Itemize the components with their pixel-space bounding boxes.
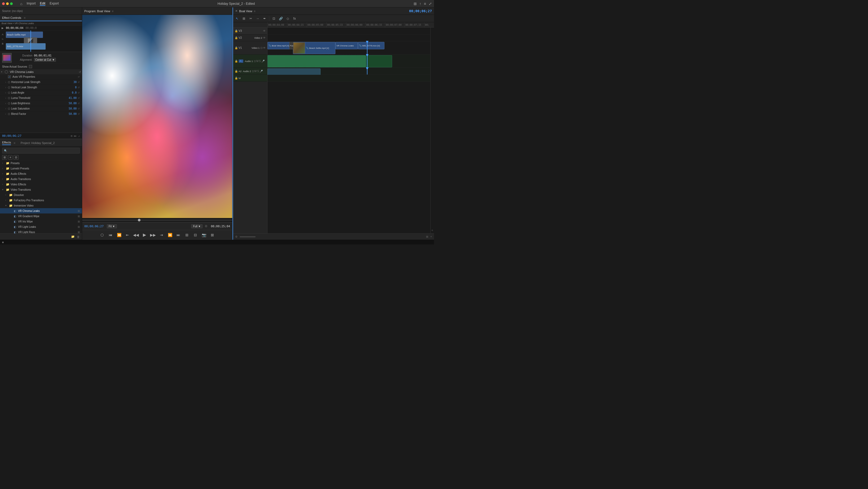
clip-vr-chroma-leaks[interactable]: VR Chroma Leaks xyxy=(335,42,358,49)
tree-item-immersive[interactable]: ▾ 📁 Immersive Video xyxy=(0,203,82,208)
step-frame-fwd-btn[interactable]: ⏩ xyxy=(167,232,173,238)
ripple-tool-btn[interactable]: ⊞ xyxy=(241,16,247,22)
lock-a1[interactable]: 🔒 xyxy=(235,60,238,63)
menu-edit[interactable]: Edit xyxy=(40,2,45,6)
clip-beach-selfie[interactable]: 📎 Beach Selfie.mp4 [V] xyxy=(293,42,335,54)
effects-search-input[interactable] xyxy=(8,149,78,152)
mark-in-btn[interactable]: ⬡ xyxy=(99,232,105,238)
step-back-btn[interactable]: ⏮ xyxy=(107,232,114,238)
track-eye-v2[interactable]: 👁 xyxy=(263,36,266,39)
tree-item-vr-light-leaks[interactable]: ◧ VR Light Leaks ⊞ xyxy=(0,224,82,230)
menu-icon[interactable]: ≡ xyxy=(424,2,426,6)
clip-audio1-after[interactable] xyxy=(366,55,392,67)
new-bin-icon[interactable]: 📁 xyxy=(71,235,75,238)
tree-item-presets[interactable]: › 📁 Presets xyxy=(0,160,82,166)
prop-reset-angle[interactable]: ↺ xyxy=(78,91,80,94)
alignment-dropdown[interactable]: Center at Cut ▼ xyxy=(34,58,56,62)
selection-tool-btn[interactable]: ↖ xyxy=(234,16,240,22)
tree-item-video-effects[interactable]: › 📁 Video Effects xyxy=(0,182,82,187)
export-btn[interactable]: ⊠ xyxy=(209,232,216,238)
timeline-close-btn[interactable]: ✕ xyxy=(235,9,238,13)
track-sync-a1[interactable]: ⊡ xyxy=(254,60,256,63)
panels-icon[interactable]: ⊞ xyxy=(413,2,417,6)
prop-reset-v-leak[interactable]: ↺ xyxy=(78,86,80,89)
prop-reset-blend[interactable]: ↺ xyxy=(78,113,80,115)
linked-select-btn[interactable]: 🔗 xyxy=(278,16,284,22)
prop-value-luma[interactable]: 41.00 xyxy=(66,96,76,99)
quality-dropdown[interactable]: Full ▼ xyxy=(191,224,203,228)
tree-item-video-transitions[interactable]: ▾ 📁 Video Transitions xyxy=(0,187,82,192)
lock-m[interactable]: 🔒 xyxy=(235,77,238,80)
tree-item-vr-gradient[interactable]: ◧ VR Gradient Wipe ⊞ xyxy=(0,213,82,219)
clip-boat-view[interactable]: 📎 Boat View.mp4 [V] xyxy=(268,42,290,49)
clip-push-transition[interactable]: Push xyxy=(289,42,293,49)
timeline-settings-btn[interactable]: ⚙ xyxy=(235,235,238,238)
link-icon-btn[interactable]: ⊞ xyxy=(426,235,428,238)
zoom-slider[interactable] xyxy=(240,236,255,237)
track-select-btn[interactable]: → xyxy=(255,16,260,22)
step-fwd-btn[interactable]: ⏭ xyxy=(175,232,182,238)
next-edit-btn[interactable]: ⇥ xyxy=(158,232,165,238)
clip-a-block[interactable]: Beach Selfie.mp4 xyxy=(6,32,43,38)
track-mute-a1[interactable]: M xyxy=(256,60,258,63)
tree-item-dissolve[interactable]: › 📁 Dissolve xyxy=(0,192,82,197)
delete-icon[interactable]: 🗑 xyxy=(77,235,80,238)
tree-item-vr-iris[interactable]: ◧ VR Iris Wipe ⊞ xyxy=(0,219,82,224)
insert-btn[interactable]: ⊞ xyxy=(184,232,190,238)
prop-reset-luma[interactable]: ↺ xyxy=(78,97,80,99)
export-frame-btn[interactable]: 📷 xyxy=(201,232,207,238)
auto-vr-checkbox[interactable]: ✓ xyxy=(8,75,11,78)
track-solo-a1[interactable]: S xyxy=(259,60,261,63)
project-tab[interactable]: Project: Holiday Special_2 xyxy=(21,141,55,145)
filter-icon[interactable]: ⊞ xyxy=(71,134,72,137)
tree-item-vr-light-rays[interactable]: ◧ VR Light Rays ⊞ xyxy=(0,230,82,233)
timeline-timecode[interactable]: 00;00;06;27 xyxy=(409,9,432,13)
menu-import[interactable]: Import xyxy=(27,2,35,6)
next-icon[interactable]: ⏭ xyxy=(74,134,76,137)
grid-view-icon[interactable]: ⊟ xyxy=(13,155,19,160)
prop-value-brightness[interactable]: 50.00 xyxy=(66,102,76,105)
track-sync-v1[interactable]: ⊡ xyxy=(260,47,262,49)
lock-v2[interactable]: 🔒 xyxy=(235,36,238,39)
share-icon[interactable]: ↑ xyxy=(420,2,421,6)
track-eye-v3[interactable]: 👁 xyxy=(263,29,266,32)
prop-value-h-leak[interactable]: 30 xyxy=(66,81,76,84)
new-folder-icon[interactable]: ⊞ xyxy=(2,155,7,160)
prop-reset-saturation[interactable]: ↺ xyxy=(78,108,80,110)
global-fx-btn[interactable]: fx xyxy=(291,16,298,22)
prop-value-angle[interactable]: 0.0 xyxy=(66,91,76,94)
track-mic-a2[interactable]: 🎤 xyxy=(259,70,263,73)
tree-item-audio-transitions[interactable]: › 📁 Audio Transitions xyxy=(0,176,82,182)
add-marker-btn[interactable]: ◇ xyxy=(285,16,290,22)
lock-v1[interactable]: 🔒 xyxy=(235,47,238,49)
razor-tool-btn[interactable]: ✂ xyxy=(248,16,254,22)
program-scrubber[interactable] xyxy=(82,218,232,222)
program-timecode[interactable]: 00;00;06;27 xyxy=(84,224,104,228)
effect-controls-menu[interactable]: ≡ xyxy=(24,16,26,19)
prop-reset-auto-vr[interactable]: ↺ xyxy=(78,75,80,78)
pen-tool-btn[interactable]: ✒ xyxy=(262,16,268,22)
lock-v3[interactable]: 🔒 xyxy=(235,29,238,32)
settings-icon[interactable]: ⚙ xyxy=(205,224,208,228)
snap-btn[interactable]: ⊡ xyxy=(271,16,277,22)
scrubber-playhead[interactable] xyxy=(138,219,141,221)
effect-controls-tab[interactable]: Effect Controls xyxy=(2,16,21,19)
vr-chroma-leaks-header[interactable]: ▾ VR Chroma Leaks ↺ xyxy=(0,69,82,74)
timeline-tracks-area[interactable]: 📎 Boat View.mp4 [V] Push 📎 Beach Selfie.… xyxy=(268,28,434,233)
a1-indicator[interactable]: A1 xyxy=(239,59,243,63)
home-icon[interactable]: ⌂ xyxy=(20,2,22,6)
overwrite-btn[interactable]: ⊟ xyxy=(192,232,198,238)
effect-reset-icon[interactable]: ↺ xyxy=(79,70,81,73)
rewind-btn[interactable]: ◀◀ xyxy=(133,232,139,238)
list-view-icon[interactable]: ≡ xyxy=(8,155,12,160)
timeline-add-btn[interactable]: + xyxy=(430,235,432,238)
track-solo-a2[interactable]: S xyxy=(257,70,259,73)
prop-reset-h-leak[interactable]: ↺ xyxy=(78,81,80,84)
tree-item-fxfactory[interactable]: › 📁 FxFactory Pro Transitions xyxy=(0,197,82,203)
prop-value-v-leak[interactable]: 0 xyxy=(66,86,76,89)
effects-menu[interactable]: ≡ xyxy=(13,141,15,145)
effects-tab[interactable]: Effects xyxy=(2,141,11,145)
track-mute-a2[interactable]: M xyxy=(254,70,257,73)
step-frame-back-btn[interactable]: ⏪ xyxy=(116,232,122,238)
timeline-menu-icon[interactable]: ≡ xyxy=(254,9,255,13)
